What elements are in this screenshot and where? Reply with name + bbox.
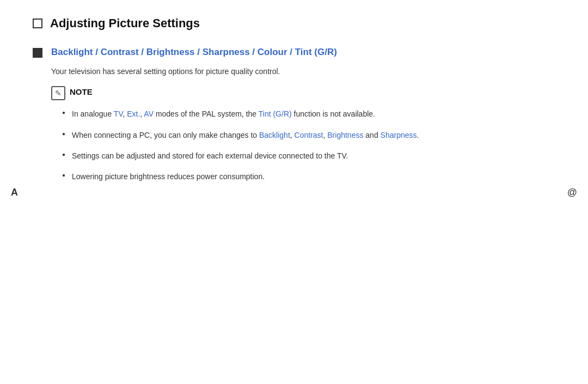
section-title: Backlight / Contrast / Brightness / Shar… <box>51 46 555 59</box>
page-header: Adjusting Picture Settings <box>33 16 555 31</box>
link-av[interactable]: AV <box>144 109 154 118</box>
link-contrast[interactable]: Contrast <box>295 131 323 139</box>
list-item: Settings can be adjusted and stored for … <box>62 150 555 162</box>
link-sharpness[interactable]: Sharpness <box>381 131 417 139</box>
side-label-a: A <box>11 186 18 198</box>
bullet-text: and <box>363 131 380 139</box>
link-tint[interactable]: Tint (G/R) <box>259 109 292 118</box>
bullet-text: When connecting a PC, you can only make … <box>72 131 259 139</box>
bullet-text: Settings can be adjusted and stored for … <box>72 151 348 160</box>
side-label-at: @ <box>567 186 577 198</box>
link-backlight[interactable]: Backlight <box>259 131 290 139</box>
list-item: In analogue TV, Ext., AV modes of the PA… <box>62 108 555 120</box>
note-icon <box>51 86 65 100</box>
bullet-text: function is not available. <box>292 109 375 118</box>
list-item: When connecting a PC, you can only make … <box>62 129 555 141</box>
section-description: Your television has several setting opti… <box>51 65 555 77</box>
link-tv[interactable]: TV <box>114 109 123 118</box>
link-brightness[interactable]: Brightness <box>327 131 363 139</box>
note-label: NOTE <box>70 86 93 96</box>
link-ext[interactable]: Ext. <box>127 109 140 118</box>
bullet-text: , <box>290 131 295 139</box>
section-content: Backlight / Contrast / Brightness / Shar… <box>51 46 555 192</box>
main-section: Backlight / Contrast / Brightness / Shar… <box>33 46 555 192</box>
bullet-text: modes of the PAL system, the <box>154 109 259 118</box>
bullet-text: In analogue <box>72 109 114 118</box>
bullet-list: In analogue TV, Ext., AV modes of the PA… <box>51 108 555 183</box>
note-container: NOTE <box>51 86 555 100</box>
section-bullet-icon <box>33 48 42 58</box>
header-checkbox-icon <box>33 19 42 28</box>
list-item: Lowering picture brightness reduces powe… <box>62 170 555 182</box>
bullet-text: Lowering picture brightness reduces powe… <box>72 172 265 181</box>
bullet-text: . <box>417 131 419 139</box>
page-title: Adjusting Picture Settings <box>50 16 200 31</box>
